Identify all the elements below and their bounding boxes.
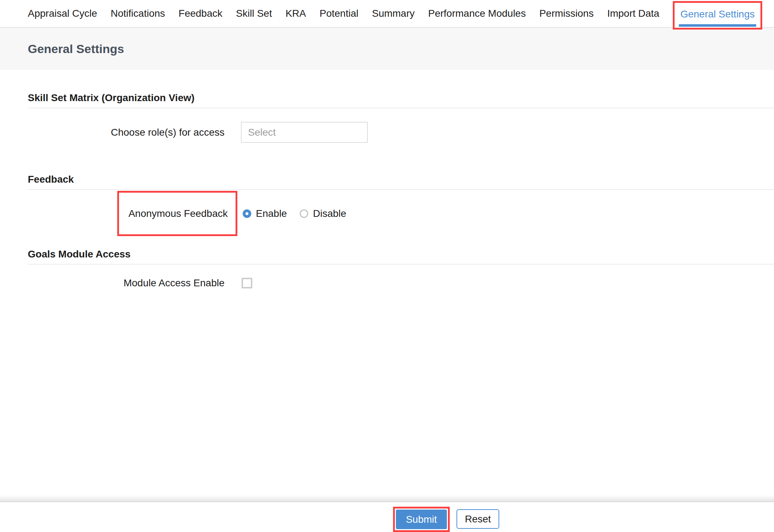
anonymous-feedback-radio-group: Enable Disable	[243, 208, 346, 219]
footer-divider-band	[0, 495, 774, 502]
section-heading-goals-module-access: Goals Module Access	[28, 248, 774, 260]
active-tab-underline	[679, 24, 756, 27]
general-settings-form: Skill Set Matrix (Organization View) Cho…	[0, 92, 774, 289]
tab-potential[interactable]: Potential	[320, 8, 358, 19]
tab-kra[interactable]: KRA	[285, 8, 306, 19]
tab-notifications[interactable]: Notifications	[111, 8, 165, 19]
module-access-checkbox[interactable]	[242, 278, 252, 288]
tab-summary[interactable]: Summary	[372, 8, 415, 19]
section-heading-skill-set-matrix: Skill Set Matrix (Organization View)	[28, 92, 774, 104]
annotation-box-general-settings-tab: General Settings	[673, 1, 762, 30]
section-heading-feedback: Feedback	[28, 173, 774, 186]
submit-button[interactable]: Submit	[396, 510, 447, 529]
tab-performance-modules[interactable]: Performance Modules	[428, 8, 526, 19]
tab-general-settings[interactable]: General Settings	[680, 9, 755, 20]
choose-roles-label: Choose role(s) for access	[28, 127, 225, 138]
radio-enable-selected-icon[interactable]	[243, 209, 251, 218]
row-choose-roles: Choose role(s) for access Select	[28, 122, 774, 143]
section-feedback: Feedback	[28, 173, 774, 190]
radio-disable-unselected-icon[interactable]	[300, 209, 308, 218]
annotation-box-anonymous-feedback: Anonymous Feedback	[117, 191, 237, 236]
anonymous-feedback-label: Anonymous Feedback	[128, 208, 228, 219]
module-access-label: Module Access Enable	[28, 277, 225, 289]
tab-feedback[interactable]: Feedback	[179, 8, 222, 19]
radio-option-disable[interactable]: Disable	[300, 208, 346, 219]
reset-button[interactable]: Reset	[456, 509, 499, 529]
section-goals-module-access: Goals Module Access	[28, 248, 774, 265]
page-header: General Settings	[0, 28, 774, 70]
tab-appraisal-cycle[interactable]: Appraisal Cycle	[28, 8, 97, 19]
tab-skill-set[interactable]: Skill Set	[236, 8, 272, 19]
section-skill-set-matrix: Skill Set Matrix (Organization View)	[28, 92, 774, 108]
row-module-access: Module Access Enable	[28, 277, 774, 289]
roles-select-placeholder: Select	[248, 127, 276, 138]
radio-option-enable[interactable]: Enable	[243, 208, 287, 219]
radio-enable-label: Enable	[256, 208, 287, 219]
tab-import-data[interactable]: Import Data	[607, 8, 659, 19]
tab-permissions[interactable]: Permissions	[539, 8, 593, 19]
annotation-box-submit-button: Submit	[393, 507, 450, 532]
settings-tab-bar: Appraisal Cycle Notifications Feedback S…	[0, 0, 774, 28]
radio-disable-label: Disable	[313, 208, 346, 219]
page-title: General Settings	[28, 42, 124, 56]
roles-select-dropdown[interactable]: Select	[241, 122, 368, 143]
row-anonymous-feedback: Anonymous Feedback Enable Disable	[28, 191, 774, 236]
footer-buttons: Submit Reset	[393, 507, 499, 532]
